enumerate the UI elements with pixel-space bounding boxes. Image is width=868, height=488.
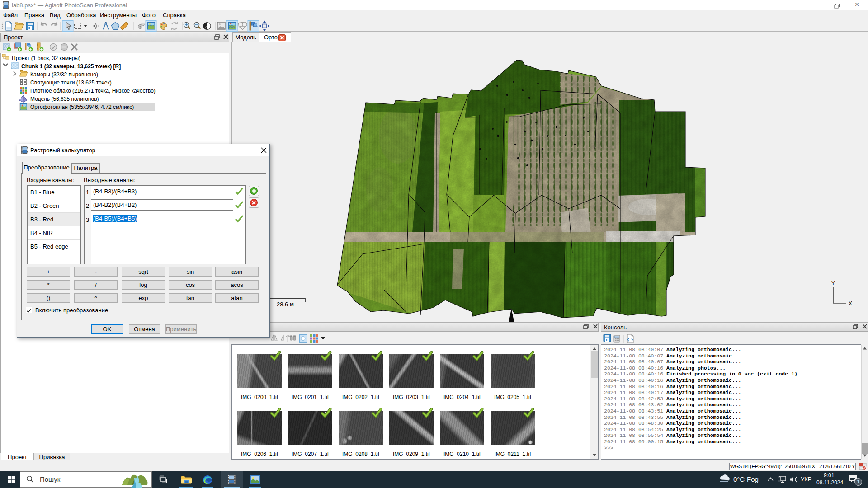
svg-text:X: X [849, 300, 852, 307]
svg-text:28.6 м: 28.6 м [277, 301, 294, 308]
svg-text:Y: Y [831, 280, 835, 286]
